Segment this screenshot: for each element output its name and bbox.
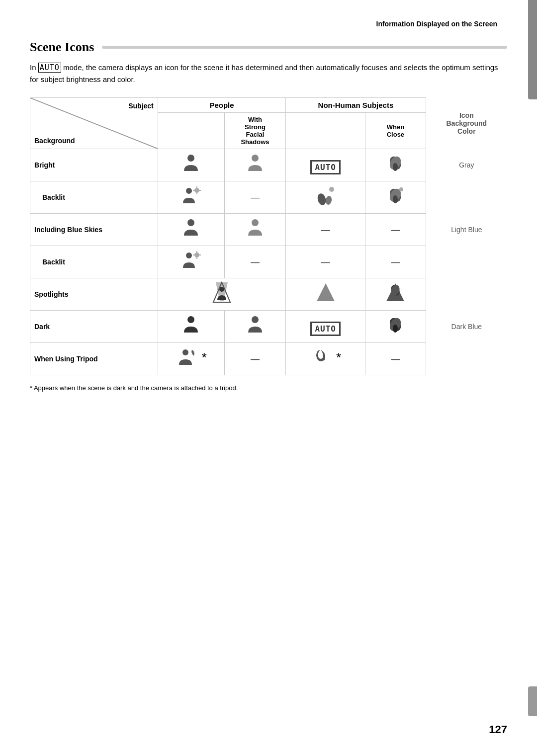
cell-spotlights-icon-bg (426, 278, 507, 311)
svg-marker-30 (317, 283, 335, 301)
cell-tripod-nonhuman-close: — (365, 343, 426, 375)
person-backlit2-icon (180, 249, 202, 271)
cell-bright-icon-bg: Gray (426, 149, 507, 181)
cell-spotlights-nonhuman-normal (286, 278, 365, 311)
tripod-asterisk-people: * (201, 350, 206, 365)
person-dark-icon (180, 314, 202, 336)
row-label-blue-skies: Including Blue Skies (30, 214, 158, 246)
section-title-text: Scene Icons (30, 40, 94, 55)
section-title: Scene Icons (30, 40, 507, 55)
footnote-text: * Appears when the scene is dark and the… (30, 384, 238, 392)
cell-tripod-nonhuman-normal: * (286, 343, 365, 375)
svg-point-22 (194, 252, 199, 257)
cell-dark-people-normal (158, 311, 224, 343)
table-row: Bright AUTO (30, 149, 508, 181)
row-label-spotlights: Spotlights (30, 278, 158, 311)
cell-backlit1-nonhuman-close (365, 181, 426, 214)
flower-dark-icon (384, 314, 406, 336)
scene-icons-table: Subject Background People Non-Human Subj… (30, 97, 507, 375)
landscape-backlit-icon (315, 184, 337, 206)
svg-point-13 (325, 195, 332, 205)
cell-blueskies-icon-bg: Light Blue (426, 214, 507, 246)
svg-point-14 (329, 187, 334, 192)
flower-bright-icon (384, 152, 406, 174)
svg-point-34 (187, 316, 194, 323)
cell-backlit2-people-shadow: — (224, 246, 286, 278)
header-text: Information Displayed on the Screen (376, 20, 498, 28)
people-shadow-header: WithStrongFacialShadows (224, 113, 286, 149)
svg-point-38 (393, 325, 398, 333)
table-row: When Using Tripod * — * (30, 343, 508, 375)
cell-dark-people-shadow (224, 311, 286, 343)
page-header: Information Displayed on the Screen (30, 20, 507, 28)
svg-point-17 (393, 195, 398, 203)
person-dark-shadow-icon (244, 314, 266, 336)
cell-backlit2-icon-bg (426, 246, 507, 278)
nonhuman-close-header: WhenClose (365, 113, 426, 149)
cell-tripod-people-shadow: — (224, 343, 286, 375)
table-row: Dark AUTO (30, 311, 508, 343)
row-label-dark: Dark (30, 311, 158, 343)
cell-bright-nonhuman-normal: AUTO (286, 149, 365, 181)
row-label-bright: Bright (30, 149, 158, 181)
cell-backlit1-people-shadow: — (224, 181, 286, 214)
people-header: People (158, 98, 285, 113)
cell-backlit2-people-normal (158, 246, 224, 278)
icon-bg-header: IconBackgroundColor (426, 98, 507, 149)
cell-blueskies-people-normal (158, 214, 224, 246)
background-header: Background (34, 137, 75, 145)
subject-header: Subject (128, 102, 154, 110)
svg-point-6 (186, 188, 192, 194)
table-header-row-1: Subject Background People Non-Human Subj… (30, 98, 508, 113)
flower-backlit-icon (384, 184, 406, 206)
cell-backlit1-people-normal (158, 181, 224, 214)
svg-point-5 (393, 163, 398, 171)
cell-backlit2-nonhuman-close: — (365, 246, 426, 278)
table-row: Spotlights (30, 278, 508, 311)
right-bar-top (528, 0, 537, 99)
cell-dark-nonhuman-normal: AUTO (286, 311, 365, 343)
cell-bright-people-shadow (224, 149, 286, 181)
flower-spotlight-icon (384, 281, 406, 303)
nonhuman-tripod-icon (310, 346, 332, 368)
svg-point-12 (316, 192, 327, 206)
diagonal-header-cell: Subject Background (30, 98, 158, 149)
cell-blueskies-nonhuman-normal: — (286, 214, 365, 246)
cell-backlit2-nonhuman-normal: — (286, 246, 365, 278)
tripod-asterisk-nonhuman: * (336, 350, 341, 365)
person-backlit-icon (180, 184, 202, 206)
svg-point-39 (182, 349, 188, 355)
auto-badge-bright: AUTO (310, 160, 341, 174)
svg-point-21 (186, 252, 192, 258)
nonhuman-header: Non-Human Subjects (286, 98, 426, 113)
table-row: Including Blue Skies — — Light Blue (30, 214, 508, 246)
person-blueskies-icon (180, 217, 202, 239)
auto-badge-dark: AUTO (310, 322, 341, 336)
svg-point-19 (187, 219, 194, 226)
svg-point-1 (187, 155, 194, 162)
row-label-backlit-1: Backlit (30, 181, 158, 214)
intro-text: In AUTO mode, the camera displays an ico… (30, 62, 507, 85)
cell-blueskies-nonhuman-close: — (365, 214, 426, 246)
cell-dark-nonhuman-close (365, 311, 426, 343)
person-shadow-icon (244, 152, 266, 174)
cell-spotlights-people (158, 278, 285, 311)
cell-bright-people-normal (158, 149, 224, 181)
row-label-backlit-2: Backlit (30, 246, 158, 278)
person-blueskies-shadow-icon (244, 217, 266, 239)
footnote: * Appears when the scene is dark and the… (30, 383, 507, 393)
table-row: Backlit — — — (30, 246, 508, 278)
nonhuman-normal-header (286, 113, 365, 149)
row-label-tripod: When Using Tripod (30, 343, 158, 375)
right-bar-bottom (528, 686, 537, 716)
cell-tripod-icon-bg (426, 343, 507, 375)
nonhuman-spotlight-icon (315, 281, 337, 303)
cell-tripod-people-normal: * (158, 343, 224, 375)
person-tripod-icon (176, 346, 197, 368)
cell-backlit1-icon-bg (426, 181, 507, 214)
cell-spotlights-nonhuman-close (365, 278, 426, 311)
page-number: 127 (489, 723, 507, 736)
person-bright-icon (180, 152, 202, 174)
svg-point-7 (194, 188, 199, 193)
cell-blueskies-people-shadow (224, 214, 286, 246)
